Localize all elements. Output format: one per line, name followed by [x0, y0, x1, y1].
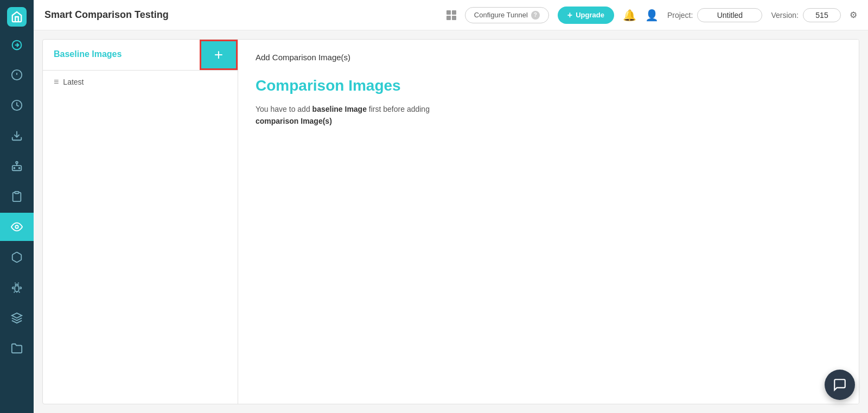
project-selector: Project: Untitled: [667, 8, 762, 22]
latest-filter[interactable]: ≡ Latest: [43, 71, 238, 93]
topnav-icons: [446, 10, 456, 20]
user-profile-icon[interactable]: 👤: [645, 9, 659, 22]
desc-text-2: first before adding: [367, 105, 430, 113]
left-panel: Baseline Images + ≡ Latest: [43, 40, 238, 404]
svg-point-12: [14, 168, 15, 169]
svg-line-18: [14, 291, 15, 293]
version-value[interactable]: 515: [803, 8, 841, 22]
svg-point-13: [19, 168, 20, 169]
comparison-images-description: You have to add baseline Image first bef…: [256, 103, 841, 128]
sidebar-nav: [0, 61, 34, 363]
chat-button[interactable]: [825, 370, 855, 400]
sidebar-item-dashboard[interactable]: [0, 61, 34, 89]
left-panel-header: Baseline Images +: [43, 40, 238, 71]
configure-tunnel-label: Configure Tunnel: [474, 11, 528, 19]
sidebar-item-clipboard[interactable]: [0, 182, 34, 211]
desc-bold-2: comparison Image(s): [256, 117, 332, 125]
configure-tunnel-button[interactable]: Configure Tunnel ?: [465, 7, 549, 23]
sidebar: [0, 0, 34, 413]
sidebar-item-robot[interactable]: [0, 152, 34, 180]
main-content: Smart Comparison Testing Configure Tunne…: [34, 0, 868, 413]
sidebar-item-download[interactable]: [0, 122, 34, 150]
sidebar-item-box[interactable]: [0, 243, 34, 271]
add-baseline-button[interactable]: +: [200, 40, 238, 70]
svg-point-8: [16, 162, 18, 164]
sidebar-item-history[interactable]: [0, 91, 34, 119]
filter-icon: ≡: [54, 77, 59, 87]
sidebar-item-folder[interactable]: [0, 334, 34, 363]
page-body: Baseline Images + ≡ Latest Add Compariso…: [42, 39, 859, 404]
sidebar-expand-arrow[interactable]: [0, 34, 34, 56]
sidebar-logo[interactable]: [0, 0, 34, 34]
svg-marker-20: [12, 313, 22, 318]
svg-rect-14: [15, 192, 18, 194]
upgrade-label: Upgrade: [576, 11, 604, 19]
settings-icon[interactable]: ⚙: [850, 10, 857, 20]
right-panel: Add Comparison Image(s) Comparison Image…: [238, 40, 859, 404]
version-label: Version:: [771, 11, 799, 20]
comparison-images-title: Comparison Images: [256, 77, 841, 94]
notifications-icon[interactable]: 🔔: [623, 9, 636, 22]
logo-icon: [7, 7, 27, 27]
project-label: Project:: [667, 11, 693, 20]
topnav-left: Smart Comparison Testing: [44, 9, 169, 21]
svg-rect-16: [15, 285, 18, 291]
sidebar-item-visual-testing[interactable]: [0, 213, 34, 241]
latest-filter-label: Latest: [63, 78, 84, 86]
desc-bold-1: baseline Image: [312, 105, 367, 113]
svg-line-19: [19, 291, 20, 293]
help-badge: ?: [531, 11, 540, 20]
version-selector: Version: 515: [771, 8, 841, 22]
topnav: Smart Comparison Testing Configure Tunne…: [34, 0, 868, 30]
add-icon: +: [214, 46, 223, 63]
desc-text-1: You have to add: [256, 105, 312, 113]
sidebar-item-layers[interactable]: [0, 304, 34, 332]
grid-view-icon[interactable]: [446, 10, 456, 20]
sidebar-item-bug[interactable]: [0, 274, 34, 302]
page-title: Smart Comparison Testing: [44, 9, 169, 21]
baseline-images-tab[interactable]: Baseline Images: [43, 40, 200, 70]
add-comparison-header: Add Comparison Image(s): [256, 53, 841, 62]
svg-point-15: [15, 225, 18, 228]
project-name[interactable]: Untitled: [697, 8, 762, 22]
topnav-right: Configure Tunnel ? Upgrade 🔔 👤 Project: …: [446, 7, 857, 24]
upgrade-button[interactable]: Upgrade: [558, 7, 614, 24]
